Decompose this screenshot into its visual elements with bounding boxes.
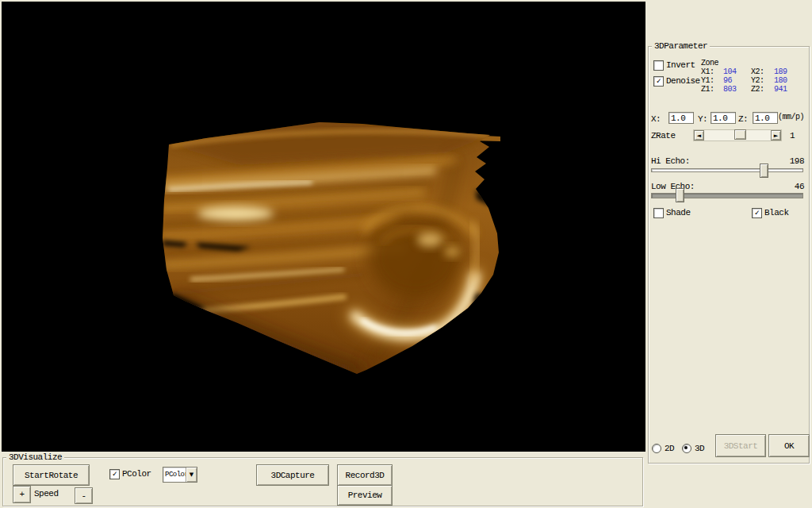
voxel-z-label: Z:	[738, 114, 748, 124]
speed-plus-button[interactable]: +	[13, 486, 31, 503]
mode-3d-radio[interactable]	[682, 444, 691, 453]
shade-checkbox[interactable]	[653, 208, 664, 218]
hi-echo-slider-track[interactable]	[651, 168, 803, 172]
voxel-x-label: X:	[651, 114, 661, 124]
low-echo-slider-track[interactable]	[651, 193, 803, 198]
render-viewport-3d[interactable]	[2, 2, 645, 452]
radio-dot	[684, 446, 688, 449]
pcolor-dropdown-value: PColor	[163, 471, 186, 479]
pcolor-label: PColor	[122, 469, 151, 479]
zrate-scroll-track[interactable]	[704, 130, 771, 140]
mode-2d-label: 2D	[665, 444, 674, 453]
pcolor-dropdown[interactable]: PColor ▼	[163, 467, 197, 483]
scroll-left-icon: ◄	[697, 133, 701, 139]
voxel-unit-label: (mm/p)	[778, 113, 804, 122]
shade-label: Shade	[666, 208, 691, 217]
zrate-scroll-left-button[interactable]: ◄	[694, 130, 704, 140]
record3d-button[interactable]: Record3D	[337, 464, 393, 486]
checkmark-icon: ✓	[113, 471, 117, 479]
visualize-groupbox: 3DVisualize StartRotate ✓ PColor PColor …	[2, 457, 643, 506]
ok-button[interactable]: OK	[768, 434, 810, 457]
zone-z2-label: Z2:	[751, 85, 764, 94]
zrate-scroll-right-button[interactable]: ►	[771, 130, 781, 140]
low-echo-label: Low Echo:	[651, 182, 695, 191]
capture3d-button[interactable]: 3DCapture	[256, 464, 329, 486]
speed-label: Speed	[34, 489, 59, 498]
zone-z1-label: Z1:	[701, 85, 714, 94]
low-echo-slider-thumb[interactable]	[676, 188, 684, 202]
zone-z1-value: 803	[723, 85, 737, 94]
hi-echo-value: 198	[790, 156, 804, 166]
low-echo-value: 46	[795, 182, 804, 191]
scroll-right-icon: ►	[774, 133, 778, 139]
param-groupbox: 3DParameter Invert ✓ Denoise Zone X1: 10…	[648, 46, 810, 464]
mode-2d-radio[interactable]	[652, 444, 661, 453]
voxel-y-input[interactable]	[710, 112, 736, 124]
visualize-group-title: 3DVisualize	[6, 452, 64, 463]
zone-z2-value: 941	[774, 85, 787, 94]
speed-minus-button[interactable]: -	[75, 487, 93, 504]
invert-checkbox[interactable]	[653, 60, 664, 71]
pcolor-dropdown-button[interactable]: ▼	[186, 468, 197, 482]
zrate-scrollbar[interactable]: ◄ ►	[693, 129, 782, 141]
zrate-value: 1	[790, 131, 795, 140]
checkmark-icon: ✓	[657, 78, 661, 86]
zrate-label: ZRate	[651, 131, 676, 140]
volume-render	[2, 2, 645, 452]
invert-label: Invert	[666, 60, 695, 70]
black-label: Black	[764, 208, 789, 217]
black-checkbox[interactable]: ✓	[752, 208, 762, 218]
dropdown-arrow-icon: ▼	[190, 471, 193, 478]
voxel-y-label: Y:	[698, 114, 707, 124]
denoise-label: Denoise	[666, 76, 700, 86]
start-rotate-button[interactable]: StartRotate	[13, 464, 90, 486]
preview-button[interactable]: Preview	[337, 485, 393, 506]
voxel-x-input[interactable]	[668, 112, 694, 124]
zrate-scroll-thumb[interactable]	[734, 129, 746, 140]
pcolor-checkbox[interactable]: ✓	[109, 469, 120, 479]
param-group-title: 3DParameter	[652, 40, 710, 52]
checkmark-icon: ✓	[755, 210, 760, 217]
start3d-button[interactable]: 3DStart	[715, 434, 766, 457]
app-window: 3DParameter Invert ✓ Denoise Zone X1: 10…	[0, 0, 812, 508]
hi-echo-label: Hi Echo:	[651, 156, 690, 166]
mode-3d-label: 3D	[695, 444, 704, 453]
voxel-z-input[interactable]	[753, 112, 778, 124]
denoise-checkbox[interactable]: ✓	[653, 76, 664, 87]
hi-echo-slider-thumb[interactable]	[760, 164, 768, 178]
